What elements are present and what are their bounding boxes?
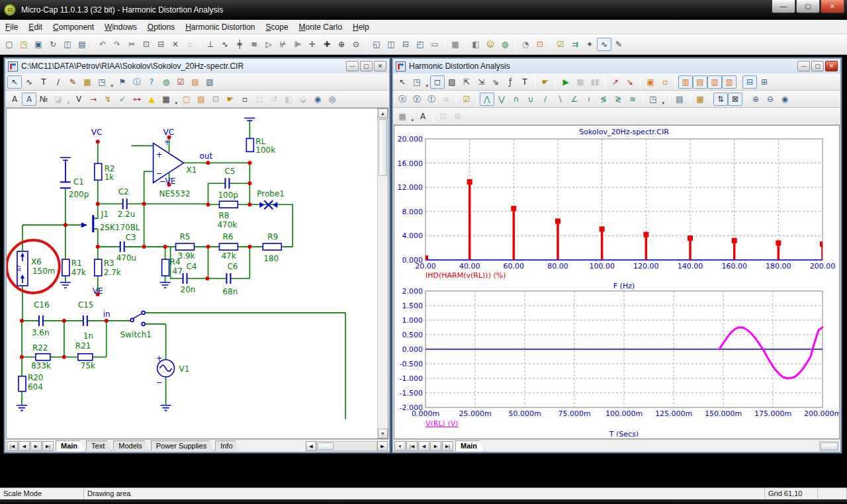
find-icon[interactable]: ◉ <box>310 93 325 106</box>
menu-file[interactable]: File <box>0 21 23 34</box>
analysis-close-button[interactable]: ✕ <box>825 61 838 71</box>
opamp-part-icon[interactable]: ✛ <box>305 38 320 51</box>
cursor-high-icon[interactable]: ∩ <box>509 93 523 106</box>
component-panel-icon[interactable]: ◧ <box>468 38 483 51</box>
component-editor-icon[interactable]: ☺ <box>483 38 498 51</box>
ground-part-icon[interactable]: ⊥ <box>203 38 218 51</box>
new-circuit-icon[interactable]: ▢ <box>2 38 17 51</box>
zoom-out-icon[interactable]: ⊖ <box>763 93 778 106</box>
link-mode-icon[interactable]: ◍ <box>159 75 173 89</box>
rubber-stamp-icon[interactable]: ◳▾ <box>95 75 109 89</box>
menu-help[interactable]: Help <box>347 21 375 34</box>
menu-harmonic-distortion[interactable]: Harmonic Distortion <box>180 21 260 34</box>
split-plots-icon[interactable]: ⊟ <box>742 75 757 89</box>
zoom-in-icon[interactable]: ⊕ <box>748 93 763 106</box>
plot-pane-3-icon[interactable]: ▥ <box>707 75 722 89</box>
go-to-performance-icon[interactable]: ↗ <box>608 75 623 89</box>
go-to-branch-icon[interactable]: ↘ <box>623 75 637 89</box>
cascade-windows-icon[interactable]: ◱ <box>369 38 384 51</box>
maximize-window-icon[interactable]: ▭ <box>427 38 442 51</box>
cursor-peak-icon[interactable]: ⋀ <box>480 93 494 106</box>
copy-graph-icon[interactable]: ⊡ <box>436 110 451 123</box>
powers-icon[interactable]: ↯ <box>101 93 115 106</box>
connector-part-icon[interactable]: ✚ <box>320 38 334 51</box>
tab-main[interactable]: Main <box>455 441 484 451</box>
data-point-labels-icon[interactable]: ▣ <box>643 75 658 89</box>
scale-mode-icon[interactable]: ⇱ <box>459 75 474 89</box>
page-nav-icon[interactable]: ◀ <box>19 441 30 451</box>
hscrollbar[interactable] <box>819 441 839 451</box>
cursor-valley-icon[interactable]: ⋁ <box>494 93 509 106</box>
help-mode-icon[interactable]: ? <box>144 75 159 89</box>
grid-bounds-icon[interactable]: ▫ <box>658 75 672 89</box>
node-voltages-icon[interactable]: V <box>71 93 86 106</box>
pen-mode-icon[interactable]: ✎ <box>66 75 80 89</box>
page-nav-icon[interactable]: ▶| <box>442 441 453 451</box>
schematic-vscrollbar[interactable]: ▲ ▼ <box>377 108 388 439</box>
tab-main[interactable]: Main <box>56 441 85 451</box>
menu-scope[interactable]: Scope <box>261 21 294 34</box>
zoom-auto-icon[interactable]: ◉ <box>778 93 792 106</box>
cursor-fall-icon[interactable]: ∖ <box>553 93 567 106</box>
undo-icon[interactable]: ↶ <box>95 38 110 51</box>
page-nav-icon[interactable]: |◀ <box>406 441 418 451</box>
numeric-output-icon[interactable]: ▤ <box>672 93 687 106</box>
copy-mode-icon[interactable]: ◳▾ <box>410 75 424 89</box>
conditions-icon[interactable]: ✓ <box>115 93 130 106</box>
mosfet-part-icon[interactable]: ⊫ <box>290 38 305 51</box>
go-to-x-icon[interactable]: ⊠ <box>728 93 742 106</box>
color-pattern-icon[interactable]: ▦▾ <box>395 110 410 123</box>
merge-plots-icon[interactable]: ⊞ <box>757 75 772 89</box>
arrange-windows-icon[interactable]: ◰ <box>413 38 427 51</box>
transistor-part-icon[interactable]: ⊬ <box>276 38 290 51</box>
current-source-part-icon[interactable]: ⊙ <box>349 38 363 51</box>
scroll-down-icon[interactable]: ▼ <box>378 429 388 439</box>
page-nav-icon[interactable]: ▶ <box>430 441 441 451</box>
scroll-up-icon[interactable]: ▲ <box>378 108 388 118</box>
cursor-mode-icon[interactable]: ⇲ <box>474 75 488 89</box>
currents-icon[interactable]: → <box>86 93 101 106</box>
plot-pane-4-icon[interactable]: ▥ <box>722 75 736 89</box>
cursor-global-high-icon[interactable]: ≶ <box>596 93 611 106</box>
digital-paths-icon[interactable]: ▤ <box>188 75 202 89</box>
page-nav-icon[interactable]: ▾ <box>394 441 406 451</box>
page-nav-icon[interactable]: ▶ <box>30 441 42 451</box>
point-tag-icon[interactable]: ⇘ <box>488 75 503 89</box>
warnings-icon[interactable]: ▲ <box>144 93 159 106</box>
plot-pane-1-icon[interactable]: ▥ <box>678 75 693 89</box>
web-update-icon[interactable]: ◍ <box>498 38 512 51</box>
active-window-icon[interactable]: ⊡ <box>533 38 547 51</box>
inductor-part-icon[interactable]: ≋ <box>247 38 261 51</box>
select-mode-icon[interactable]: ↖ <box>395 75 410 89</box>
restore-button[interactable]: ▢ <box>796 0 820 13</box>
fx-settings-icon[interactable]: ⓕ <box>424 93 439 106</box>
print-icon[interactable]: ▤ <box>75 38 89 51</box>
tab-models[interactable]: Models <box>113 441 149 451</box>
tile-vertical-icon[interactable]: ◫ <box>384 38 398 51</box>
pin-connections-icon[interactable]: ⊶ <box>130 93 144 106</box>
plot-properties-icon[interactable]: ☑ <box>459 93 474 106</box>
zoom-region-icon[interactable]: ▨ <box>445 75 459 89</box>
font-icon[interactable]: A <box>416 110 430 123</box>
delete-icon[interactable]: ✕ <box>168 38 183 51</box>
rotate-icon[interactable]: ↺ <box>267 93 281 106</box>
save-circuit-icon[interactable]: ▣ <box>31 38 46 51</box>
region-box-icon[interactable]: ◻ <box>252 93 267 106</box>
wire-mode-icon[interactable]: ∿ <box>22 75 36 89</box>
minimize-button[interactable]: — <box>772 0 795 13</box>
fx-tag-icon[interactable]: ƒ <box>503 75 517 89</box>
copy-pages-icon[interactable]: ⊞ <box>451 110 465 123</box>
resistor-part-icon[interactable]: ∿ <box>218 38 232 51</box>
run-icon[interactable]: ▶ <box>558 75 573 89</box>
grid-text-icon[interactable]: A <box>22 93 36 106</box>
stop-icon[interactable]: ■ <box>573 75 588 89</box>
zoom-window-icon[interactable]: ◻ <box>430 75 445 89</box>
menu-edit[interactable]: Edit <box>23 21 48 34</box>
align-cursors-icon[interactable]: ≡ <box>439 93 453 106</box>
calculator-icon[interactable]: ▦ <box>448 38 463 51</box>
find-next-icon[interactable]: ◎ <box>325 93 339 106</box>
text-mode-icon[interactable]: T <box>36 75 51 89</box>
copy-to-clipboard-icon[interactable]: ◳▾ <box>646 93 660 106</box>
probe-icon[interactable]: ✎ <box>611 38 626 51</box>
flip-x-icon[interactable]: ◧ <box>281 93 296 106</box>
